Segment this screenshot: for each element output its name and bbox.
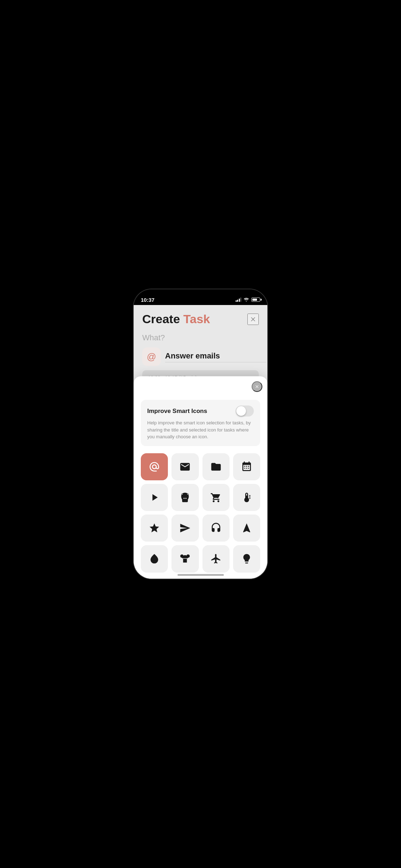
what-label: What? <box>142 333 259 342</box>
battery-icon <box>251 298 260 302</box>
icon-cell-mail[interactable] <box>171 453 199 480</box>
signal-icon <box>236 298 242 302</box>
icon-cell-drop[interactable] <box>141 545 168 572</box>
send-icon <box>179 522 191 534</box>
page-title: Create Task <box>142 312 210 326</box>
folder-icon <box>210 461 222 472</box>
task-name-input[interactable] <box>165 351 266 362</box>
modal-close-icon <box>255 384 259 389</box>
smart-icons-card: Improve Smart Icons Help improve the sma… <box>141 400 260 446</box>
navigate-icon <box>241 522 252 534</box>
create-task-header: Create Task <box>142 312 259 326</box>
icon-cell-plane[interactable] <box>202 545 230 572</box>
icon-cell-headphones[interactable] <box>202 515 230 542</box>
mail-icon <box>179 461 191 472</box>
smart-icons-label: Improve Smart Icons <box>147 408 207 415</box>
icon-cell-folder[interactable] <box>202 453 230 480</box>
icon-grid <box>139 453 262 573</box>
icon-cell-navigate[interactable] <box>233 515 260 542</box>
star-icon <box>149 522 160 534</box>
thermometer-icon <box>241 492 252 503</box>
icon-cell-chef[interactable] <box>171 545 199 572</box>
icon-cell-send[interactable] <box>171 515 199 542</box>
close-button-top[interactable] <box>247 314 259 325</box>
bulb-icon <box>241 553 252 564</box>
icon-cell-at[interactable] <box>141 453 168 480</box>
create-word: Create <box>142 312 180 326</box>
status-icons <box>236 298 261 302</box>
smart-icons-row: Improve Smart Icons <box>147 405 254 417</box>
status-bar: 10:37 <box>134 289 267 305</box>
headphones-icon <box>210 522 222 534</box>
icon-cell-calendar[interactable] <box>233 453 260 480</box>
create-task-area: Create Task What? @ 10:00 - 10:15 <box>134 305 267 385</box>
icon-cell-thermometer[interactable] <box>233 484 260 511</box>
task-input-row: @ <box>142 347 259 366</box>
chef-icon <box>179 553 191 564</box>
icon-cell-bulb[interactable] <box>233 545 260 572</box>
modal-close-button[interactable] <box>252 381 262 392</box>
status-time: 10:37 <box>141 297 154 303</box>
drop-icon <box>149 553 160 564</box>
icon-cell-play[interactable] <box>141 484 168 511</box>
smart-icons-description: Help improve the smart icon selection fo… <box>147 419 254 440</box>
at-symbol-icon: @ <box>147 351 156 362</box>
cat-icon <box>179 492 191 503</box>
play-icon <box>149 492 160 503</box>
icon-cell-cat[interactable] <box>171 484 199 511</box>
cart-icon <box>210 492 222 503</box>
home-indicator <box>178 574 224 576</box>
at-icon <box>149 461 160 472</box>
close-icon-top <box>250 316 257 323</box>
calendar-icon <box>241 461 252 472</box>
icon-picker-modal: Improve Smart Icons Help improve the sma… <box>134 376 267 579</box>
task-word: Task <box>183 312 210 326</box>
wifi-icon <box>243 298 249 302</box>
smart-icons-toggle[interactable] <box>236 405 254 417</box>
plane-icon <box>210 553 222 564</box>
at-icon-box[interactable]: @ <box>142 347 161 366</box>
icon-cell-star[interactable] <box>141 515 168 542</box>
screen-background: Create Task What? @ 10:00 - 10:15 <box>134 305 267 579</box>
toggle-thumb <box>236 406 246 416</box>
icon-cell-cart[interactable] <box>202 484 230 511</box>
